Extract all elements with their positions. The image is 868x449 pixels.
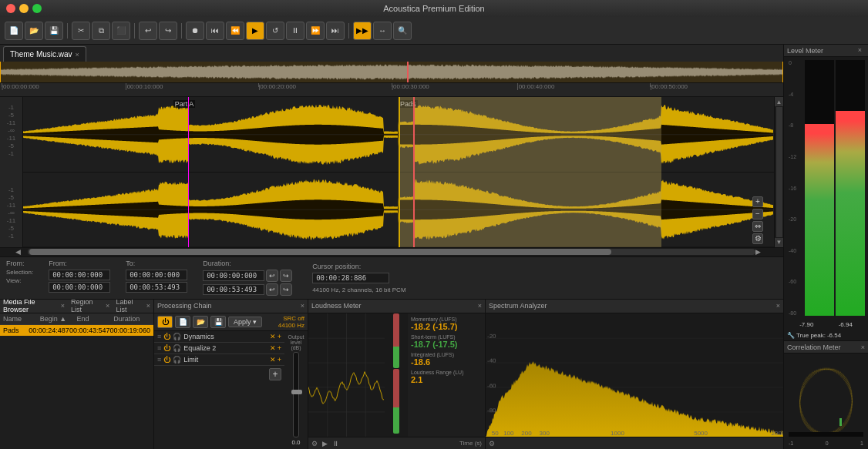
spectrum-close[interactable]: × bbox=[776, 302, 780, 310]
db-label-5: -11 bbox=[7, 136, 16, 142]
effect-power-limit[interactable]: ⏻ bbox=[163, 356, 170, 364]
zoom-in-button[interactable]: + bbox=[752, 196, 763, 207]
view-to-value[interactable]: 00:00:53:493 bbox=[126, 282, 187, 293]
apply-button[interactable]: Apply ▾ bbox=[228, 317, 262, 327]
effect-headphone-eq[interactable]: 🎧 bbox=[173, 344, 181, 352]
scroll-track[interactable] bbox=[776, 107, 782, 237]
loudness-graph bbox=[308, 313, 385, 437]
record-button[interactable]: ⏺ bbox=[186, 22, 204, 40]
effect-power-dynamics[interactable]: ⏻ bbox=[163, 333, 170, 340]
titlebar: Acoustica Premium Edition bbox=[0, 0, 868, 17]
effect-add-limit[interactable]: + bbox=[278, 356, 281, 364]
overview-waveform[interactable] bbox=[0, 62, 783, 83]
media-panel-tab-region[interactable]: Region List bbox=[71, 300, 102, 314]
zoom-settings-button[interactable]: ⚙ bbox=[752, 233, 763, 244]
media-panel-tab-media[interactable]: Media File Browser bbox=[3, 300, 56, 314]
waveform-canvas-area[interactable]: Part A Pads + − ⇔ ⚙ bbox=[23, 97, 774, 247]
row-name: Pads bbox=[3, 327, 29, 334]
open-button[interactable]: 📂 bbox=[25, 22, 43, 40]
search-button[interactable]: 🔍 bbox=[393, 22, 412, 40]
region-tab-close[interactable]: × bbox=[106, 302, 109, 310]
ff-button[interactable]: ⏩ bbox=[306, 22, 325, 40]
close-button[interactable] bbox=[6, 4, 15, 13]
effects-list: ≡ ⏻ 🎧 Dynamics ✕ + ≡ ⏻ 🎧 bbox=[154, 331, 284, 450]
sel-dur-undo[interactable]: ↩ bbox=[266, 270, 278, 282]
rewind-button[interactable]: ⏪ bbox=[226, 22, 244, 40]
output-slider-thumb[interactable] bbox=[291, 390, 302, 394]
tab-close-button[interactable]: × bbox=[76, 51, 79, 59]
proc-open-button[interactable]: 📂 bbox=[193, 316, 208, 328]
effect-remove-dynamics[interactable]: ✕ bbox=[270, 333, 276, 340]
horizontal-scrollbar[interactable]: ◀ ▶ bbox=[0, 247, 783, 256]
effect-row-eq: ≡ ⏻ 🎧 Equalize 2 ✕ + bbox=[154, 343, 284, 354]
effect-headphone-dynamics[interactable]: 🎧 bbox=[173, 333, 181, 340]
effect-add-eq[interactable]: + bbox=[278, 344, 281, 352]
save-button[interactable]: 💾 bbox=[45, 22, 63, 40]
effect-remove-eq[interactable]: ✕ bbox=[270, 344, 276, 352]
copy-button[interactable]: ⧉ bbox=[92, 22, 110, 40]
effect-remove-limit[interactable]: ✕ bbox=[270, 356, 276, 364]
scroll-down-button[interactable]: ▼ bbox=[775, 238, 784, 247]
skip-start-button[interactable]: ⏮ bbox=[206, 22, 224, 40]
new-button[interactable]: 📄 bbox=[5, 22, 23, 40]
sel-from-value[interactable]: 00:00:00:000 bbox=[49, 270, 110, 280]
play-button[interactable]: ▶ bbox=[246, 22, 264, 40]
processing-chain-close[interactable]: × bbox=[301, 302, 304, 310]
loop-button[interactable]: ↺ bbox=[266, 22, 284, 40]
scroll-right-button[interactable]: ▶ bbox=[755, 248, 768, 256]
scale-20: -20 bbox=[789, 216, 801, 222]
loudness-play-icon[interactable]: ▶ bbox=[322, 440, 328, 447]
paste-button[interactable]: ⬛ bbox=[112, 22, 130, 40]
loudness-pause-icon[interactable]: ⏸ bbox=[332, 440, 339, 447]
loudness-close[interactable]: × bbox=[478, 302, 482, 310]
correlation-close[interactable]: × bbox=[861, 343, 865, 351]
true-peak-wrench-icon[interactable]: 🔧 bbox=[787, 332, 795, 339]
waveform-area[interactable]: -1 -5 -11 -∞ -11 -5 -1 -1 -5 -11 -∞ -11 … bbox=[0, 97, 783, 247]
sel-duration-value[interactable]: 00:00:00:000 bbox=[203, 270, 264, 281]
add-effect-button[interactable]: + bbox=[269, 368, 281, 380]
minimize-button[interactable] bbox=[19, 4, 29, 13]
view-duration-value[interactable]: 00:00:53:493 bbox=[203, 284, 264, 295]
view-dur-redo[interactable]: ↪ bbox=[280, 283, 292, 296]
region-label-parta: Part A bbox=[173, 100, 196, 108]
scroll-up-button[interactable]: ▲ bbox=[775, 97, 784, 106]
view-dur-undo[interactable]: ↩ bbox=[266, 283, 278, 296]
scrollbar-thumb[interactable] bbox=[29, 249, 611, 255]
level-meter-close[interactable]: × bbox=[855, 45, 865, 57]
sel-to-value[interactable]: 00:00:00:000 bbox=[126, 270, 187, 280]
media-tab-close[interactable]: × bbox=[61, 302, 65, 310]
table-row[interactable]: Pads 00:00:24:487 00:00:43:547 00:00:19:… bbox=[0, 325, 153, 336]
selection-line bbox=[188, 97, 189, 247]
effect-power-eq[interactable]: ⏻ bbox=[163, 344, 170, 352]
effect-add-dynamics[interactable]: + bbox=[278, 333, 281, 340]
cut-button[interactable]: ✂ bbox=[72, 22, 90, 40]
undo-button[interactable]: ↩ bbox=[139, 22, 157, 40]
scroll-left-button[interactable]: ◀ bbox=[15, 248, 28, 256]
file-tools: 📄 📂 💾 bbox=[5, 22, 63, 40]
effect-headphone-limit[interactable]: 🎧 bbox=[173, 356, 181, 364]
proc-save-button[interactable]: 💾 bbox=[210, 316, 226, 328]
pause-button[interactable]: ⏸ bbox=[286, 22, 304, 40]
loop-sel-button[interactable]: ↔ bbox=[373, 22, 392, 40]
toolbar: 📄 📂 💾 ✂ ⧉ ⬛ ↩ ↪ ⏺ ⏮ ⏪ ▶ ↺ ⏸ ⏩ ⏭ ▶▶ ↔ 🔍 bbox=[0, 17, 868, 45]
proc-power-button[interactable]: ⏻ bbox=[157, 316, 173, 328]
vertical-scrollbar[interactable]: ▲ ▼ bbox=[774, 97, 783, 247]
proc-file-button[interactable]: 📄 bbox=[175, 316, 190, 328]
output-slider-track[interactable] bbox=[293, 352, 299, 438]
sep1 bbox=[67, 23, 68, 39]
spectrum-settings-icon[interactable]: ⚙ bbox=[489, 440, 495, 447]
view-from-value[interactable]: 00:00:00:000 bbox=[49, 282, 110, 293]
skip-end-button[interactable]: ⏭ bbox=[326, 22, 345, 40]
scrollbar-track[interactable] bbox=[28, 249, 755, 255]
maximize-button[interactable] bbox=[32, 4, 42, 13]
overview-playhead bbox=[407, 62, 409, 82]
zoom-fit-button[interactable]: ⇔ bbox=[752, 221, 763, 232]
zoom-out-button[interactable]: − bbox=[752, 209, 763, 219]
redo-button[interactable]: ↪ bbox=[159, 22, 177, 40]
file-tab[interactable]: Theme Music.wav × bbox=[3, 46, 86, 62]
label-tab-close[interactable]: × bbox=[146, 302, 150, 310]
media-panel-tab-label[interactable]: Label List bbox=[116, 300, 142, 314]
scrub-button[interactable]: ▶▶ bbox=[353, 22, 372, 40]
sel-dur-redo[interactable]: ↪ bbox=[280, 270, 292, 282]
loudness-settings-icon[interactable]: ⚙ bbox=[311, 440, 318, 447]
